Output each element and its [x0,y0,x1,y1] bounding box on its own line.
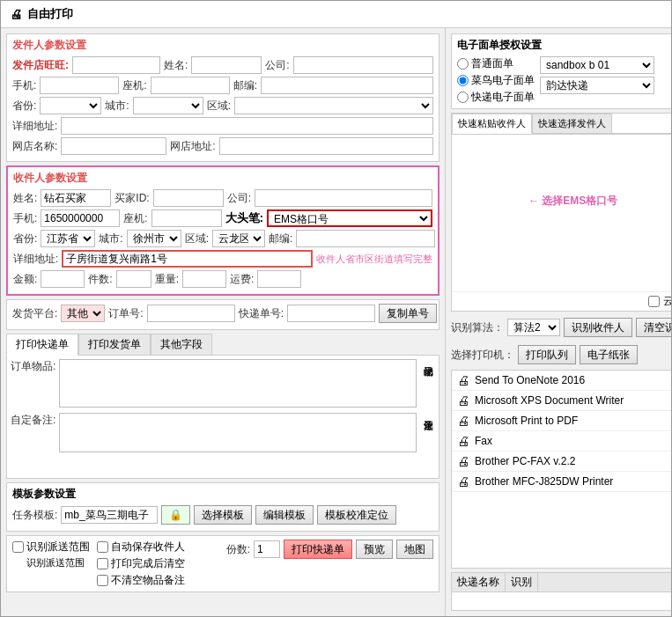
print-queue-btn[interactable]: 打印队列 [518,345,576,364]
platform-label: 发货平台: [12,306,57,321]
map-btn[interactable]: 地图 [396,540,433,559]
sender-city-select[interactable] [133,97,203,114]
print-express-btn[interactable]: 打印快递单 [284,540,352,559]
receiver-city-select[interactable]: 徐州市 [127,230,181,247]
receiver-seat-label: 座机: [123,211,147,226]
tab-other-fields[interactable]: 其他字段 [151,334,212,355]
main-window: 🖨 自由打印 发件人参数设置 发件店旺旺: 姓名: 公司: 手机: [0,0,672,617]
no-empty-cb-item: 不清空物品备注 [97,573,185,588]
receiver-zip-input[interactable] [296,230,435,247]
printer-icon-pdf: 🖨 [457,414,469,428]
receiver-freight-input[interactable] [257,270,301,288]
printer-item-pdf[interactable]: 🖨 Microsoft Print to PDF [452,411,671,431]
radio-normal-input[interactable] [457,58,469,70]
sender-shop-name-label: 网店名称: [12,139,57,154]
printer-item-fax[interactable]: 🖨 Fax [452,431,671,452]
receiver-name-row: 姓名: 买家ID: 公司: [13,189,432,207]
receiver-detail-addr-input[interactable] [62,250,313,268]
no-empty-checkbox[interactable] [97,575,108,586]
printer-icon-fax: 🖨 [457,434,469,448]
receiver-name-input[interactable] [41,189,111,207]
print-clear-label: 打印完成后清空 [111,556,185,571]
sandbox-select[interactable]: sandbox b 01 [540,56,654,74]
edit-template-btn[interactable]: 编辑模板 [255,505,314,525]
printer-icon-xps: 🖨 [457,393,469,408]
receiver-phone-label: 手机: [13,211,37,226]
electronic-paper-btn[interactable]: 电子纸张 [580,345,638,364]
lock-icon[interactable]: 🔒 [161,505,190,525]
clear-identify-btn[interactable]: 清空识别内容 [636,318,671,337]
identify-formula-select[interactable]: 算法2 [507,319,560,336]
sender-province-select[interactable] [40,97,101,114]
sender-district-select[interactable] [234,97,433,114]
sender-detail-addr-input[interactable] [61,117,433,135]
auto-save-cb-item: 自动保存收件人 [97,540,185,555]
addr-hint: 收件人省市区街道填写完整 [316,253,432,266]
copy-number-btn[interactable]: 复制单号 [379,304,437,323]
sender-name-input[interactable] [191,56,262,74]
receiver-province-select[interactable]: 江苏省 [41,230,95,247]
radio-cainiao-label: 菜鸟电子面单 [471,73,535,88]
preview-btn[interactable]: 预览 [356,540,393,559]
options-col2: 自动保存收件人 打印完成后清空 不清空物品备注 [97,540,185,588]
platform-select[interactable]: 其他 [61,305,105,322]
printer-item-xps[interactable]: 🖨 Microsoft XPS Document Writer [452,391,671,411]
task-input[interactable] [61,506,158,524]
sender-company-input[interactable] [293,56,433,74]
radio-cainiao: 菜鸟电子面单 [457,73,535,88]
receiver-company-label: 公司: [227,191,251,206]
receiver-count-input[interactable] [116,270,151,288]
identify-panel: 快速粘贴收件人 快速选择发件人 识别发件人 云存根 取存根 [451,113,671,312]
printer-item-mfc[interactable]: 🖨 Brother MFC-J825DW Printer [452,472,671,492]
sender-district-label: 区域: [207,99,231,114]
receiver-phone-row: 手机: 座机: 大头笔: EMS格口号 [13,209,432,227]
order-no-input[interactable] [147,305,235,322]
receiver-district-label: 区域: [185,231,209,246]
receiver-big-head-label: 大头笔: [225,210,263,226]
select-template-btn[interactable]: 选择模板 [194,505,252,525]
custom-note-textarea[interactable] [59,413,417,452]
tab-paste-receiver[interactable]: 快速粘贴收件人 [452,114,532,134]
sender-location-row: 省份: 城市: 区域: [12,97,433,114]
calibrate-btn[interactable]: 模板校准定位 [317,505,396,525]
sender-shop-name-input[interactable] [61,137,166,155]
order-items-textarea[interactable] [59,359,417,408]
sender-store-input[interactable] [72,56,160,74]
print-clear-checkbox[interactable] [97,558,108,569]
express-no-input[interactable] [287,305,375,322]
identify-range-cb-item: 识别派送范围 [12,540,90,555]
sender-phone-input[interactable] [40,77,119,94]
sender-seat-input[interactable] [151,77,230,94]
printer-item-onenote[interactable]: 🖨 Send To OneNote 2016 [452,371,671,391]
receiver-phone-input[interactable] [41,209,120,227]
receiver-company-input[interactable] [255,189,432,207]
radio-cainiao-input[interactable] [457,75,469,86]
sender-zip-input[interactable] [261,77,433,94]
right-panel: 电子面单授权设置 普通面单 菜鸟电子面单 快递电子面单 [446,28,671,616]
receiver-amount-input[interactable] [41,270,85,288]
tab-content: 订单物品: 物品记录 自定备注: 备注记录 [6,356,439,479]
tab-print-delivery[interactable]: 打印发货单 [78,334,151,355]
tab-select-sender[interactable]: 快速选择发件人 [532,114,612,133]
identify-range-checkbox[interactable] [12,541,24,553]
receiver-district-select[interactable]: 云龙区 [212,230,265,247]
receiver-buyer-id-input[interactable] [153,189,224,207]
printer-item-pcfax[interactable]: 🖨 Brother PC-FAX v.2.2 [452,452,671,472]
count-input[interactable] [254,540,280,558]
bottom-options-row: 识别派送范围 识别派送范围 自动保存收件人 打印完成后清空 [12,540,433,588]
auth-section: 电子面单授权设置 普通面单 菜鸟电子面单 快递电子面单 [451,33,671,109]
identify-receiver-btn[interactable]: 识别收件人 [564,318,632,337]
radio-express-input[interactable] [457,92,469,103]
custom-note-record-label: 备注记录 [422,413,435,452]
sender-shop-addr-input[interactable] [219,137,433,155]
cloud-save-checkbox[interactable] [648,296,660,307]
order-no-label: 订单号: [108,306,143,321]
tab-print-express[interactable]: 打印快递单 [6,334,78,356]
title-bar: 🖨 自由打印 [1,1,671,28]
receiver-port-select[interactable]: EMS格口号 [267,209,432,227]
yunda-select[interactable]: 韵达快递 [540,77,654,94]
receiver-weight-input[interactable] [182,270,226,288]
auto-save-checkbox[interactable] [97,541,108,553]
receiver-seat-input[interactable] [151,209,222,227]
identify-textarea[interactable] [452,134,671,291]
